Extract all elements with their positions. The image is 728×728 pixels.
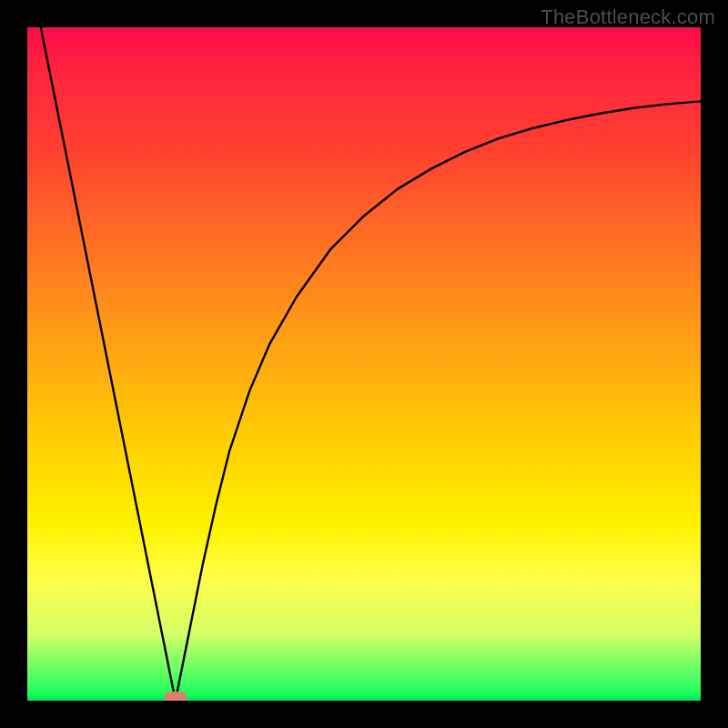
chart-frame: TheBottleneck.com	[0, 0, 728, 728]
attribution-text: TheBottleneck.com	[541, 5, 715, 29]
chart-curve	[41, 27, 701, 701]
chart-svg-overlay	[27, 27, 701, 701]
chart-plot-area	[27, 27, 701, 701]
chart-marker	[165, 692, 187, 701]
